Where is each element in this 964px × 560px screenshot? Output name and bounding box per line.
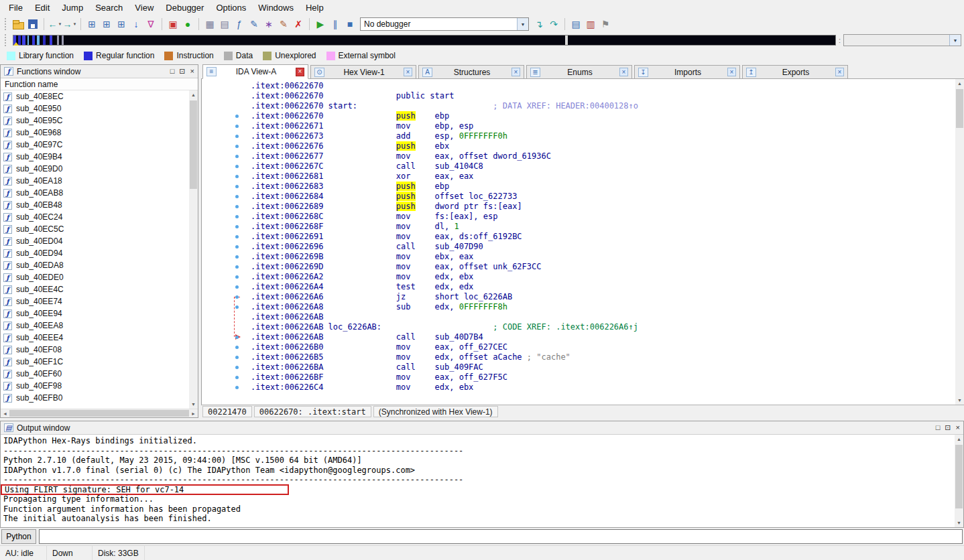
scroll-down-icon[interactable]: ▼ — [955, 396, 964, 405]
function-list-item[interactable]: ƒsub_40EEA8 — [1, 320, 189, 332]
function-list-item[interactable]: ƒsub_40EC24 — [1, 211, 189, 223]
watches-icon[interactable]: ▥ — [584, 17, 597, 31]
patch-bytes-icon[interactable]: ✎ — [277, 17, 290, 31]
function-list-item[interactable]: ƒsub_40EC5C — [1, 223, 189, 235]
navband-zoom-select[interactable]: ▼ — [843, 34, 961, 46]
menu-item-windows[interactable]: Windows — [252, 1, 300, 14]
disasm-line[interactable]: .itext:00622681 xor eax, eax — [202, 171, 955, 182]
disasm-line[interactable]: .itext:00622691 mov eax, ds:off_6192BC — [202, 232, 955, 242]
disassembly-scrollbar[interactable]: ▲ ▼ — [955, 79, 964, 405]
disasm-line[interactable]: .itext:00622673 add esp, 0FFFFFFF0h — [202, 131, 955, 141]
disasm-line[interactable]: .itext:006226AB loc_6226AB: ; CODE XREF:… — [202, 322, 955, 332]
tab-close-icon[interactable]: × — [296, 68, 304, 76]
disasm-line[interactable]: .itext:00622676 push ebx — [202, 141, 955, 151]
scroll-down-icon[interactable]: ▼ — [189, 400, 198, 409]
restore-icon[interactable]: □ — [170, 67, 175, 76]
scroll-up-icon[interactable]: ▲ — [189, 90, 198, 99]
function-list-item[interactable]: ƒsub_40E95C — [1, 115, 189, 127]
function-list-item[interactable]: ƒsub_40EDA8 — [1, 259, 189, 271]
function-list-item[interactable]: ƒsub_40EF08 — [1, 344, 189, 356]
function-list-item[interactable]: ƒsub_40ED94 — [1, 247, 189, 259]
disasm-line[interactable]: .itext:006226BA call sub_409FAC — [202, 362, 955, 372]
disasm-line[interactable]: .itext:006226A2 mov edx, ebx — [202, 272, 955, 282]
function-list-item[interactable]: ƒsub_40E950 — [1, 102, 189, 115]
disasm-line[interactable]: .itext:00622671 mov ebp, esp — [202, 121, 955, 131]
function-list-item[interactable]: ƒsub_40E968 — [1, 127, 189, 139]
navigation-band[interactable] — [13, 35, 836, 46]
scrollbar-track[interactable] — [189, 99, 198, 400]
disasm-line[interactable]: .itext:0062268C mov fs:[eax], esp — [202, 212, 955, 222]
float-icon[interactable]: ⊡ — [179, 67, 185, 76]
toolbar-drag-handle[interactable] — [5, 18, 8, 30]
disasm-line[interactable]: .itext:00622670 push ebp — [202, 111, 955, 121]
menu-item-file[interactable]: File — [3, 1, 29, 14]
tab-enums[interactable]: ≣Enums× — [526, 65, 632, 78]
scroll-down-icon[interactable]: ▼ — [955, 518, 963, 527]
menu-item-jump[interactable]: Jump — [56, 1, 89, 14]
menu-item-help[interactable]: Help — [300, 1, 330, 14]
function-list-item[interactable]: ƒsub_40E9D0 — [1, 163, 189, 175]
tab-close-icon[interactable]: × — [727, 68, 736, 76]
make-code-icon[interactable]: ▦ — [203, 17, 217, 31]
breakpoints-icon[interactable]: ▤ — [569, 17, 583, 31]
menu-item-options[interactable]: Options — [210, 1, 252, 14]
functions-hscrollbar[interactable]: ◄ ► — [1, 409, 198, 417]
open-file-icon[interactable] — [11, 17, 25, 31]
tab-ida-view-a[interactable]: ≡IDA View-A× — [202, 64, 308, 79]
function-list-item[interactable]: ƒsub_40EDE0 — [1, 271, 189, 283]
close-icon[interactable]: × — [956, 423, 960, 432]
menu-item-view[interactable]: View — [129, 1, 160, 14]
function-list-item[interactable]: ƒsub_40E97C — [1, 139, 189, 151]
disasm-line[interactable]: .itext:006226AB call sub_40D7B4 — [202, 332, 955, 342]
create-struct-icon[interactable]: ∗ — [262, 17, 276, 31]
step-over-icon[interactable]: ↷ — [547, 17, 560, 31]
nav-back-icon[interactable]: ←▼ — [48, 17, 62, 31]
disasm-line[interactable]: .itext:006226A6 jz short loc_6226AB — [202, 292, 955, 302]
save-icon[interactable] — [26, 17, 40, 31]
debug-stop-icon[interactable]: ■ — [343, 17, 357, 31]
screenshot-icon[interactable]: ▣ — [166, 17, 180, 31]
jump-next-icon[interactable]: ↓ — [129, 17, 143, 31]
function-list-item[interactable]: ƒsub_40EF98 — [1, 380, 189, 392]
tab-close-icon[interactable]: × — [835, 68, 844, 76]
function-list-item[interactable]: ƒsub_40EF60 — [1, 368, 189, 380]
scrollbar-thumb[interactable] — [955, 445, 963, 508]
tab-close-icon[interactable]: × — [511, 68, 520, 76]
disasm-line[interactable]: .itext:006226AB — [202, 312, 955, 322]
disasm-line[interactable]: .itext:006226A4 test edx, edx — [202, 282, 955, 292]
disasm-line[interactable]: .itext:00622696 call sub_407D90 — [202, 242, 955, 252]
tab-structures[interactable]: AStructures× — [418, 65, 524, 78]
function-list-item[interactable]: ƒsub_40EF1C — [1, 356, 189, 368]
function-name-column-header[interactable]: Function name — [1, 78, 198, 90]
python-button[interactable]: Python — [1, 529, 36, 544]
disasm-line[interactable]: .itext:00622670 public start — [202, 91, 955, 101]
scrollbar-thumb[interactable] — [956, 89, 963, 128]
scrollbar-track[interactable] — [955, 443, 963, 518]
function-list-item[interactable]: ƒsub_40E9B4 — [1, 151, 189, 163]
tab-imports[interactable]: ↧Imports× — [634, 65, 740, 78]
disasm-line[interactable]: .itext:00622684 push offset loc_622733 — [202, 192, 955, 202]
step-into-icon[interactable]: ↴ — [532, 17, 546, 31]
function-list-item[interactable]: ƒsub_40EE4C — [1, 283, 189, 295]
disasm-line[interactable]: .itext:006226B0 mov eax, off_627CEC — [202, 342, 955, 352]
scroll-up-icon[interactable]: ▲ — [955, 435, 963, 443]
make-data-icon[interactable]: ▤ — [218, 17, 231, 31]
python-input[interactable] — [39, 529, 963, 544]
scrollbar-thumb[interactable] — [190, 100, 197, 189]
scrollbar-thumb[interactable] — [9, 410, 189, 417]
search-data-icon[interactable]: ⊞ — [100, 17, 113, 31]
disasm-line[interactable]: .itext:0062267C call sub_4104C8 — [202, 161, 955, 171]
trace-icon[interactable]: ⚑ — [599, 17, 612, 31]
edit-function-icon[interactable]: ✎ — [247, 17, 261, 31]
scroll-right-icon[interactable]: ► — [189, 409, 198, 418]
function-list-item[interactable]: ƒsub_40EAB8 — [1, 187, 189, 199]
disasm-line[interactable]: .itext:00622677 mov eax, offset dword_61… — [202, 151, 955, 161]
function-list-item[interactable]: ƒsub_40EA18 — [1, 175, 189, 187]
tab-close-icon[interactable]: × — [404, 68, 412, 76]
menu-item-search[interactable]: Search — [89, 1, 129, 14]
function-list-item[interactable]: ƒsub_40EB48 — [1, 199, 189, 211]
disassembly-content[interactable]: .itext:00622670.itext:00622670 public st… — [202, 79, 955, 405]
disasm-line[interactable]: .itext:006226B5 mov edx, offset aCache ;… — [202, 352, 955, 362]
scrollbar-track[interactable] — [955, 88, 964, 396]
scroll-left-icon[interactable]: ◄ — [1, 409, 9, 418]
